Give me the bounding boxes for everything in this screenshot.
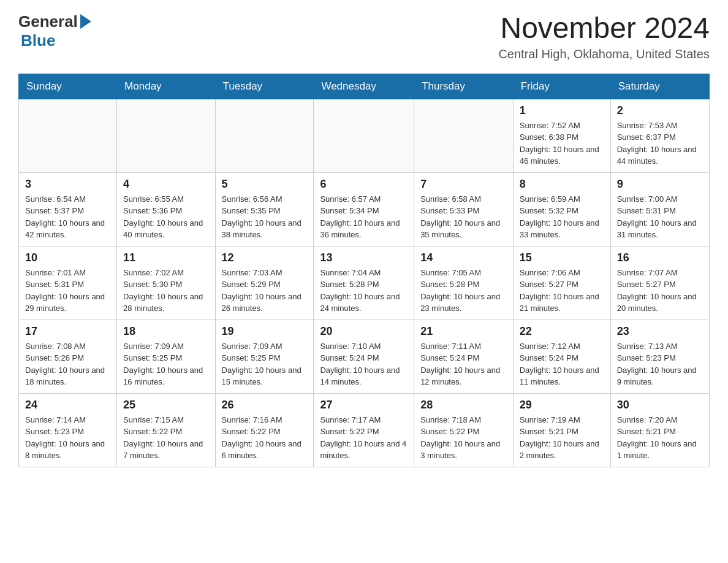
day-number: 4: [123, 178, 208, 191]
day-info: Sunrise: 7:01 AMSunset: 5:31 PMDaylight:…: [25, 267, 110, 315]
day-number: 23: [617, 325, 703, 338]
day-info: Sunrise: 6:57 AMSunset: 5:34 PMDaylight:…: [320, 193, 408, 241]
day-number: 20: [320, 325, 408, 338]
day-info: Sunrise: 7:00 AMSunset: 5:31 PMDaylight:…: [617, 193, 703, 241]
day-number: 11: [123, 251, 208, 264]
day-number: 14: [420, 251, 507, 264]
calendar-cell: 26Sunrise: 7:16 AMSunset: 5:22 PMDayligh…: [215, 393, 314, 467]
day-info: Sunrise: 7:08 AMSunset: 5:26 PMDaylight:…: [25, 340, 110, 388]
day-number: 15: [520, 251, 604, 264]
day-info: Sunrise: 6:56 AMSunset: 5:35 PMDaylight:…: [222, 193, 308, 241]
calendar-cell: 5Sunrise: 6:56 AMSunset: 5:35 PMDaylight…: [215, 172, 314, 246]
calendar-week-5: 24Sunrise: 7:14 AMSunset: 5:23 PMDayligh…: [19, 393, 710, 467]
day-info: Sunrise: 7:06 AMSunset: 5:27 PMDaylight:…: [520, 267, 604, 315]
page-header: General Blue November 2024 Central High,…: [18, 12, 710, 61]
day-number: 30: [617, 399, 703, 412]
day-number: 18: [123, 325, 208, 338]
calendar-cell: 16Sunrise: 7:07 AMSunset: 5:27 PMDayligh…: [610, 246, 709, 320]
calendar-cell: [19, 99, 117, 172]
day-number: 19: [222, 325, 308, 338]
day-header-saturday: Saturday: [610, 74, 709, 99]
calendar-week-4: 17Sunrise: 7:08 AMSunset: 5:26 PMDayligh…: [19, 320, 710, 393]
day-info: Sunrise: 7:52 AMSunset: 6:38 PMDaylight:…: [520, 120, 604, 167]
day-info: Sunrise: 7:13 AMSunset: 5:23 PMDaylight:…: [617, 340, 703, 388]
day-info: Sunrise: 7:11 AMSunset: 5:24 PMDaylight:…: [420, 340, 507, 388]
day-header-wednesday: Wednesday: [314, 74, 414, 99]
day-header-monday: Monday: [117, 74, 215, 99]
calendar-cell: [414, 99, 514, 172]
day-number: 1: [520, 104, 604, 117]
calendar-week-3: 10Sunrise: 7:01 AMSunset: 5:31 PMDayligh…: [19, 246, 710, 320]
calendar-cell: [117, 99, 215, 172]
calendar-cell: 3Sunrise: 6:54 AMSunset: 5:37 PMDaylight…: [19, 172, 117, 246]
calendar-cell: 11Sunrise: 7:02 AMSunset: 5:30 PMDayligh…: [117, 246, 215, 320]
day-number: 3: [25, 178, 110, 191]
day-info: Sunrise: 7:02 AMSunset: 5:30 PMDaylight:…: [123, 267, 208, 315]
day-header-friday: Friday: [513, 74, 610, 99]
day-info: Sunrise: 7:03 AMSunset: 5:29 PMDaylight:…: [222, 267, 308, 315]
calendar-cell: 19Sunrise: 7:09 AMSunset: 5:25 PMDayligh…: [215, 320, 314, 393]
title-area: November 2024 Central High, Oklahoma, Un…: [498, 12, 710, 61]
day-number: 17: [25, 325, 110, 338]
day-header-thursday: Thursday: [414, 74, 514, 99]
calendar-cell: 17Sunrise: 7:08 AMSunset: 5:26 PMDayligh…: [19, 320, 117, 393]
calendar-cell: 8Sunrise: 6:59 AMSunset: 5:32 PMDaylight…: [513, 172, 610, 246]
calendar-week-2: 3Sunrise: 6:54 AMSunset: 5:37 PMDaylight…: [19, 172, 710, 246]
day-number: 24: [25, 399, 110, 412]
day-number: 26: [222, 399, 308, 412]
location-text: Central High, Oklahoma, United States: [498, 47, 710, 61]
day-info: Sunrise: 7:19 AMSunset: 5:21 PMDaylight:…: [520, 414, 604, 462]
calendar-cell: 10Sunrise: 7:01 AMSunset: 5:31 PMDayligh…: [19, 246, 117, 320]
day-header-sunday: Sunday: [19, 74, 117, 99]
logo: General Blue: [18, 12, 91, 50]
day-number: 22: [520, 325, 604, 338]
day-header-tuesday: Tuesday: [215, 74, 314, 99]
calendar-week-1: 1Sunrise: 7:52 AMSunset: 6:38 PMDaylight…: [19, 99, 710, 172]
day-info: Sunrise: 6:55 AMSunset: 5:36 PMDaylight:…: [123, 193, 208, 241]
day-info: Sunrise: 7:15 AMSunset: 5:22 PMDaylight:…: [123, 414, 208, 462]
logo-triangle-icon: [80, 14, 91, 29]
day-number: 8: [520, 178, 604, 191]
calendar-cell: 24Sunrise: 7:14 AMSunset: 5:23 PMDayligh…: [19, 393, 117, 467]
day-info: Sunrise: 7:16 AMSunset: 5:22 PMDaylight:…: [222, 414, 308, 462]
calendar-cell: 18Sunrise: 7:09 AMSunset: 5:25 PMDayligh…: [117, 320, 215, 393]
calendar-cell: 21Sunrise: 7:11 AMSunset: 5:24 PMDayligh…: [414, 320, 514, 393]
calendar-cell: 1Sunrise: 7:52 AMSunset: 6:38 PMDaylight…: [513, 99, 610, 172]
month-title: November 2024: [498, 12, 710, 45]
calendar-cell: 20Sunrise: 7:10 AMSunset: 5:24 PMDayligh…: [314, 320, 414, 393]
day-number: 5: [222, 178, 308, 191]
calendar-cell: 30Sunrise: 7:20 AMSunset: 5:21 PMDayligh…: [610, 393, 709, 467]
calendar-cell: 23Sunrise: 7:13 AMSunset: 5:23 PMDayligh…: [610, 320, 709, 393]
day-number: 29: [520, 399, 604, 412]
day-number: 25: [123, 399, 208, 412]
day-info: Sunrise: 6:54 AMSunset: 5:37 PMDaylight:…: [25, 193, 110, 241]
day-info: Sunrise: 7:18 AMSunset: 5:22 PMDaylight:…: [420, 414, 507, 462]
calendar-cell: 6Sunrise: 6:57 AMSunset: 5:34 PMDaylight…: [314, 172, 414, 246]
day-info: Sunrise: 7:14 AMSunset: 5:23 PMDaylight:…: [25, 414, 110, 462]
calendar-cell: 4Sunrise: 6:55 AMSunset: 5:36 PMDaylight…: [117, 172, 215, 246]
day-number: 13: [320, 251, 408, 264]
day-number: 6: [320, 178, 408, 191]
day-info: Sunrise: 7:12 AMSunset: 5:24 PMDaylight:…: [520, 340, 604, 388]
day-info: Sunrise: 7:10 AMSunset: 5:24 PMDaylight:…: [320, 340, 408, 388]
calendar-cell: 28Sunrise: 7:18 AMSunset: 5:22 PMDayligh…: [414, 393, 514, 467]
logo-general-text: General: [18, 12, 78, 31]
day-number: 27: [320, 399, 408, 412]
day-info: Sunrise: 7:05 AMSunset: 5:28 PMDaylight:…: [420, 267, 507, 315]
day-number: 10: [25, 251, 110, 264]
calendar-cell: 13Sunrise: 7:04 AMSunset: 5:28 PMDayligh…: [314, 246, 414, 320]
calendar-header-row: SundayMondayTuesdayWednesdayThursdayFrid…: [19, 74, 710, 99]
day-info: Sunrise: 7:09 AMSunset: 5:25 PMDaylight:…: [222, 340, 308, 388]
day-info: Sunrise: 7:20 AMSunset: 5:21 PMDaylight:…: [617, 414, 703, 462]
day-info: Sunrise: 7:17 AMSunset: 5:22 PMDaylight:…: [320, 414, 408, 462]
day-number: 7: [420, 178, 507, 191]
calendar-table: SundayMondayTuesdayWednesdayThursdayFrid…: [18, 74, 710, 467]
day-info: Sunrise: 7:09 AMSunset: 5:25 PMDaylight:…: [123, 340, 208, 388]
day-info: Sunrise: 6:58 AMSunset: 5:33 PMDaylight:…: [420, 193, 507, 241]
day-number: 16: [617, 251, 703, 264]
day-number: 28: [420, 399, 507, 412]
day-info: Sunrise: 6:59 AMSunset: 5:32 PMDaylight:…: [520, 193, 604, 241]
calendar-cell: 22Sunrise: 7:12 AMSunset: 5:24 PMDayligh…: [513, 320, 610, 393]
day-info: Sunrise: 7:04 AMSunset: 5:28 PMDaylight:…: [320, 267, 408, 315]
logo-blue-text: Blue: [21, 31, 55, 50]
